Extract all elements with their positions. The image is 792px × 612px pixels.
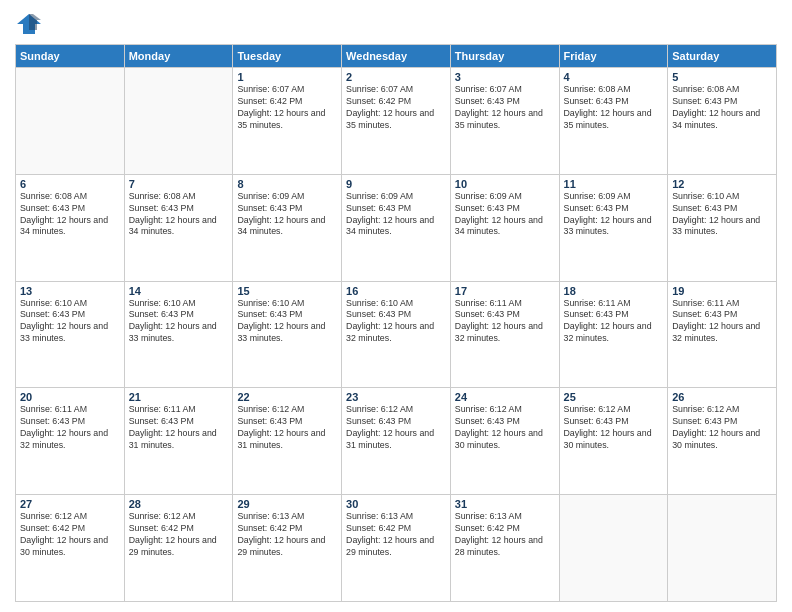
day-info: Sunrise: 6:10 AM Sunset: 6:43 PM Dayligh… <box>20 298 120 346</box>
calendar-cell: 23Sunrise: 6:12 AM Sunset: 6:43 PM Dayli… <box>342 388 451 495</box>
day-info: Sunrise: 6:13 AM Sunset: 6:42 PM Dayligh… <box>346 511 446 559</box>
day-number: 4 <box>564 71 664 83</box>
day-info: Sunrise: 6:12 AM Sunset: 6:43 PM Dayligh… <box>237 404 337 452</box>
day-number: 27 <box>20 498 120 510</box>
day-number: 9 <box>346 178 446 190</box>
day-number: 19 <box>672 285 772 297</box>
day-info: Sunrise: 6:11 AM Sunset: 6:43 PM Dayligh… <box>672 298 772 346</box>
calendar-cell: 27Sunrise: 6:12 AM Sunset: 6:42 PM Dayli… <box>16 495 125 602</box>
day-info: Sunrise: 6:08 AM Sunset: 6:43 PM Dayligh… <box>20 191 120 239</box>
day-info: Sunrise: 6:09 AM Sunset: 6:43 PM Dayligh… <box>455 191 555 239</box>
day-number: 26 <box>672 391 772 403</box>
day-number: 20 <box>20 391 120 403</box>
calendar-cell: 30Sunrise: 6:13 AM Sunset: 6:42 PM Dayli… <box>342 495 451 602</box>
day-info: Sunrise: 6:12 AM Sunset: 6:43 PM Dayligh… <box>455 404 555 452</box>
calendar-cell <box>16 68 125 175</box>
day-number: 5 <box>672 71 772 83</box>
calendar-cell: 9Sunrise: 6:09 AM Sunset: 6:43 PM Daylig… <box>342 174 451 281</box>
calendar-cell <box>668 495 777 602</box>
calendar-week-5: 27Sunrise: 6:12 AM Sunset: 6:42 PM Dayli… <box>16 495 777 602</box>
col-header-monday: Monday <box>124 45 233 68</box>
logo-icon <box>15 10 43 38</box>
day-number: 12 <box>672 178 772 190</box>
col-header-wednesday: Wednesday <box>342 45 451 68</box>
calendar-cell: 29Sunrise: 6:13 AM Sunset: 6:42 PM Dayli… <box>233 495 342 602</box>
calendar-cell: 28Sunrise: 6:12 AM Sunset: 6:42 PM Dayli… <box>124 495 233 602</box>
calendar-week-4: 20Sunrise: 6:11 AM Sunset: 6:43 PM Dayli… <box>16 388 777 495</box>
day-info: Sunrise: 6:10 AM Sunset: 6:43 PM Dayligh… <box>129 298 229 346</box>
day-info: Sunrise: 6:11 AM Sunset: 6:43 PM Dayligh… <box>20 404 120 452</box>
calendar-cell: 5Sunrise: 6:08 AM Sunset: 6:43 PM Daylig… <box>668 68 777 175</box>
day-number: 18 <box>564 285 664 297</box>
calendar-table: SundayMondayTuesdayWednesdayThursdayFrid… <box>15 44 777 602</box>
day-info: Sunrise: 6:10 AM Sunset: 6:43 PM Dayligh… <box>672 191 772 239</box>
col-header-friday: Friday <box>559 45 668 68</box>
calendar-cell: 13Sunrise: 6:10 AM Sunset: 6:43 PM Dayli… <box>16 281 125 388</box>
day-number: 10 <box>455 178 555 190</box>
col-header-thursday: Thursday <box>450 45 559 68</box>
day-info: Sunrise: 6:12 AM Sunset: 6:43 PM Dayligh… <box>564 404 664 452</box>
day-number: 22 <box>237 391 337 403</box>
col-header-sunday: Sunday <box>16 45 125 68</box>
calendar-week-1: 1Sunrise: 6:07 AM Sunset: 6:42 PM Daylig… <box>16 68 777 175</box>
day-info: Sunrise: 6:07 AM Sunset: 6:43 PM Dayligh… <box>455 84 555 132</box>
header <box>15 10 777 38</box>
day-number: 1 <box>237 71 337 83</box>
logo <box>15 10 47 38</box>
calendar-cell: 19Sunrise: 6:11 AM Sunset: 6:43 PM Dayli… <box>668 281 777 388</box>
day-number: 11 <box>564 178 664 190</box>
day-number: 16 <box>346 285 446 297</box>
calendar-cell: 26Sunrise: 6:12 AM Sunset: 6:43 PM Dayli… <box>668 388 777 495</box>
day-number: 2 <box>346 71 446 83</box>
day-number: 23 <box>346 391 446 403</box>
calendar-cell: 20Sunrise: 6:11 AM Sunset: 6:43 PM Dayli… <box>16 388 125 495</box>
day-info: Sunrise: 6:08 AM Sunset: 6:43 PM Dayligh… <box>564 84 664 132</box>
day-number: 3 <box>455 71 555 83</box>
calendar-cell: 16Sunrise: 6:10 AM Sunset: 6:43 PM Dayli… <box>342 281 451 388</box>
calendar-cell: 8Sunrise: 6:09 AM Sunset: 6:43 PM Daylig… <box>233 174 342 281</box>
day-number: 29 <box>237 498 337 510</box>
day-info: Sunrise: 6:07 AM Sunset: 6:42 PM Dayligh… <box>346 84 446 132</box>
day-number: 8 <box>237 178 337 190</box>
calendar-cell: 25Sunrise: 6:12 AM Sunset: 6:43 PM Dayli… <box>559 388 668 495</box>
calendar-cell: 11Sunrise: 6:09 AM Sunset: 6:43 PM Dayli… <box>559 174 668 281</box>
page: SundayMondayTuesdayWednesdayThursdayFrid… <box>0 0 792 612</box>
day-number: 17 <box>455 285 555 297</box>
calendar-cell: 24Sunrise: 6:12 AM Sunset: 6:43 PM Dayli… <box>450 388 559 495</box>
calendar-cell: 10Sunrise: 6:09 AM Sunset: 6:43 PM Dayli… <box>450 174 559 281</box>
day-number: 28 <box>129 498 229 510</box>
day-number: 13 <box>20 285 120 297</box>
calendar-cell: 1Sunrise: 6:07 AM Sunset: 6:42 PM Daylig… <box>233 68 342 175</box>
calendar-week-2: 6Sunrise: 6:08 AM Sunset: 6:43 PM Daylig… <box>16 174 777 281</box>
calendar-cell: 15Sunrise: 6:10 AM Sunset: 6:43 PM Dayli… <box>233 281 342 388</box>
day-number: 30 <box>346 498 446 510</box>
day-info: Sunrise: 6:11 AM Sunset: 6:43 PM Dayligh… <box>129 404 229 452</box>
day-info: Sunrise: 6:11 AM Sunset: 6:43 PM Dayligh… <box>455 298 555 346</box>
col-header-saturday: Saturday <box>668 45 777 68</box>
calendar-cell <box>559 495 668 602</box>
day-info: Sunrise: 6:09 AM Sunset: 6:43 PM Dayligh… <box>237 191 337 239</box>
calendar-cell <box>124 68 233 175</box>
day-info: Sunrise: 6:12 AM Sunset: 6:42 PM Dayligh… <box>129 511 229 559</box>
day-number: 15 <box>237 285 337 297</box>
day-number: 24 <box>455 391 555 403</box>
calendar-cell: 6Sunrise: 6:08 AM Sunset: 6:43 PM Daylig… <box>16 174 125 281</box>
day-number: 25 <box>564 391 664 403</box>
calendar-cell: 4Sunrise: 6:08 AM Sunset: 6:43 PM Daylig… <box>559 68 668 175</box>
day-info: Sunrise: 6:07 AM Sunset: 6:42 PM Dayligh… <box>237 84 337 132</box>
day-info: Sunrise: 6:09 AM Sunset: 6:43 PM Dayligh… <box>346 191 446 239</box>
calendar-cell: 3Sunrise: 6:07 AM Sunset: 6:43 PM Daylig… <box>450 68 559 175</box>
day-info: Sunrise: 6:09 AM Sunset: 6:43 PM Dayligh… <box>564 191 664 239</box>
calendar-cell: 21Sunrise: 6:11 AM Sunset: 6:43 PM Dayli… <box>124 388 233 495</box>
day-info: Sunrise: 6:08 AM Sunset: 6:43 PM Dayligh… <box>672 84 772 132</box>
day-info: Sunrise: 6:08 AM Sunset: 6:43 PM Dayligh… <box>129 191 229 239</box>
day-info: Sunrise: 6:10 AM Sunset: 6:43 PM Dayligh… <box>346 298 446 346</box>
day-info: Sunrise: 6:11 AM Sunset: 6:43 PM Dayligh… <box>564 298 664 346</box>
calendar-cell: 18Sunrise: 6:11 AM Sunset: 6:43 PM Dayli… <box>559 281 668 388</box>
calendar-cell: 7Sunrise: 6:08 AM Sunset: 6:43 PM Daylig… <box>124 174 233 281</box>
calendar-cell: 17Sunrise: 6:11 AM Sunset: 6:43 PM Dayli… <box>450 281 559 388</box>
day-info: Sunrise: 6:13 AM Sunset: 6:42 PM Dayligh… <box>455 511 555 559</box>
day-info: Sunrise: 6:12 AM Sunset: 6:42 PM Dayligh… <box>20 511 120 559</box>
calendar-week-3: 13Sunrise: 6:10 AM Sunset: 6:43 PM Dayli… <box>16 281 777 388</box>
day-number: 21 <box>129 391 229 403</box>
